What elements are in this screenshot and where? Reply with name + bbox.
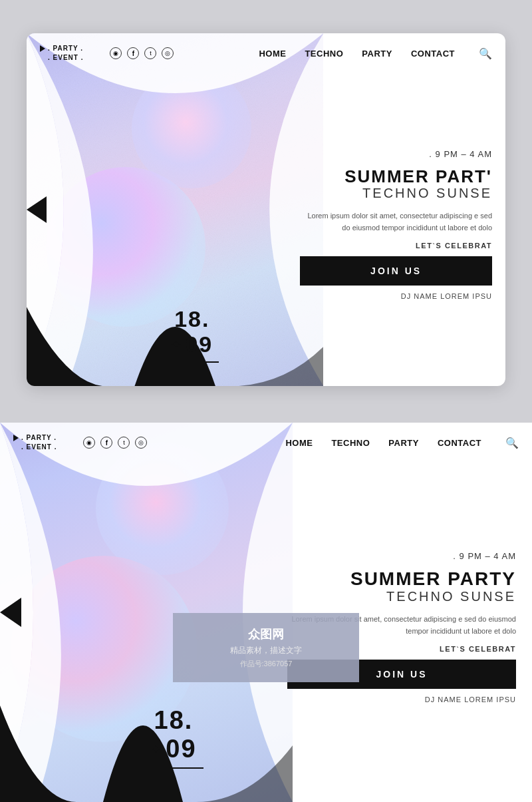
instagram-icon-2[interactable]: ◉ — [83, 437, 95, 449]
date-month: 09 — [185, 331, 213, 357]
date-underline-2 — [144, 767, 203, 769]
date-day: 18. — [174, 306, 209, 331]
date-day-2: 18. — [154, 706, 194, 734]
hero-content: . 9 PM – 4 AM SUMMER PART' TECHNO SUNSE … — [295, 33, 505, 386]
brand-line2: . EVENT . — [40, 53, 83, 63]
nav-brand: . PARTY . . EVENT . — [40, 44, 83, 63]
nav-contact[interactable]: CONTACT — [411, 49, 455, 59]
twitter-icon[interactable]: t — [144, 47, 156, 59]
nav-contact-2[interactable]: CONTACT — [438, 438, 481, 448]
search-icon-2[interactable]: 🔍 — [505, 437, 519, 449]
date-number-2: 18. — [144, 707, 203, 735]
brand-line1-2: . PARTY . — [21, 433, 57, 443]
watermark: 众图网 精品素材，描述文字 作品号:3867057 — [173, 613, 359, 682]
join-button[interactable]: JOIN US — [300, 256, 492, 286]
navbar-2: . PARTY . . EVENT . ◉ f t ◎ HOME TECHNO … — [0, 423, 532, 463]
title-summer: SUMMER PART' — [300, 167, 492, 186]
date-month-2: 09 — [166, 735, 196, 763]
instagram-icon[interactable]: ◉ — [110, 47, 122, 59]
play-icon-2 — [13, 435, 19, 441]
nav-links-2: HOME TECHNO PARTY CONTACT 🔍 — [285, 437, 519, 449]
title-summer-2: SUMMER PARTY — [287, 569, 516, 590]
time-display: . 9 PM – 4 AM — [300, 149, 492, 159]
nav-techno-2[interactable]: TECHNO — [331, 438, 370, 448]
facebook-icon[interactable]: f — [127, 47, 139, 59]
search-icon[interactable]: 🔍 — [479, 47, 492, 60]
celebrate-text: LET`S CELEBRAT — [300, 242, 492, 250]
social-icons: ◉ f t ◎ — [110, 47, 174, 59]
brand-line2-2: . EVENT . — [13, 443, 57, 452]
date-month-row-2: ✦ 09 — [144, 735, 203, 763]
nav-home[interactable]: HOME — [259, 49, 286, 59]
twitter-icon-2[interactable]: t — [118, 437, 130, 449]
nav-brand-2: . PARTY . . EVENT . — [13, 433, 57, 452]
time-display-2: . 9 PM – 4 AM — [287, 551, 516, 561]
star-icon-2: ✦ — [150, 741, 162, 757]
title-techno-2: TECHNO SUNSE — [287, 589, 516, 604]
nav-party[interactable]: PARTY — [362, 49, 392, 59]
facebook-icon-2[interactable]: f — [100, 437, 112, 449]
date-number: 18. — [166, 307, 219, 331]
nav-party-2[interactable]: PARTY — [388, 438, 419, 448]
hero-content-2: . 9 PM – 4 AM SUMMER PARTY TECHNO SUNSE … — [282, 423, 532, 802]
title-techno: TECHNO SUNSE — [300, 186, 492, 201]
star-icon: ✦ — [171, 337, 181, 352]
whatsapp-icon[interactable]: ◎ — [162, 47, 174, 59]
watermark-code: 作品号:3867057 — [206, 659, 326, 669]
date-month-row: ✦ 09 — [166, 331, 219, 357]
social-icons-2: ◉ f t ◎ — [83, 437, 147, 449]
date-block: 18. ✦ 09 — [166, 307, 219, 363]
nav-links: HOME TECHNO PARTY CONTACT 🔍 — [259, 47, 492, 60]
description-text: Lorem ipsum dolor sit amet, consectetur … — [300, 210, 492, 234]
nav-techno[interactable]: TECHNO — [305, 49, 343, 59]
dj-name: DJ NAME LOREM IPSU — [300, 292, 492, 300]
watermark-brand: 众图网 — [206, 626, 326, 642]
whatsapp-icon-2[interactable]: ◎ — [135, 437, 147, 449]
date-underline — [166, 361, 219, 363]
watermark-subtitle: 精品素材，描述文字 — [206, 645, 326, 656]
brand-line1: . PARTY . — [48, 44, 83, 53]
nav-home-2[interactable]: HOME — [285, 438, 313, 448]
navbar: . PARTY . . EVENT . ◉ f t ◎ HOME TECHNO … — [27, 33, 505, 73]
date-block-2: 18. ✦ 09 — [144, 707, 203, 769]
play-icon — [40, 45, 45, 52]
dj-name-2: DJ NAME LOREM IPSU — [287, 696, 516, 703]
